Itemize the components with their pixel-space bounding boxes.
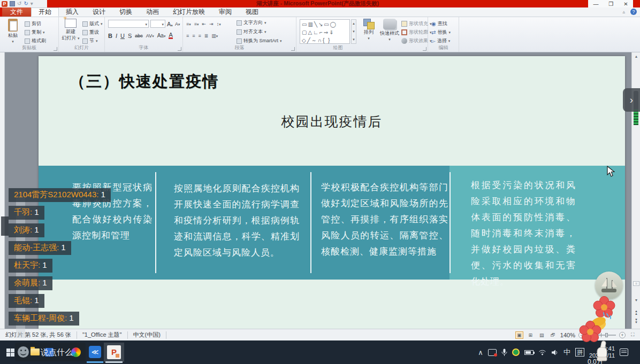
strikethrough-button[interactable]: abc [135, 33, 143, 38]
reading-view-button[interactable]: ▤ [538, 331, 546, 339]
scroll-down-icon[interactable]: ▼ [632, 298, 640, 302]
language-status[interactable]: 中文(中国) [128, 331, 166, 339]
emoji-smiley-icon[interactable] [18, 346, 29, 358]
ribbon-tab-transitions[interactable]: 切换 [112, 7, 139, 17]
powerpoint-app-icon[interactable]: P [2, 1, 7, 7]
qat-dropdown-icon[interactable]: ▾ [31, 1, 33, 6]
fit-to-window-button[interactable]: ⛶ [629, 331, 637, 339]
decrease-indent-icon[interactable]: ⇤ [202, 21, 207, 27]
slideshow-view-button[interactable]: 🗗 [549, 331, 557, 339]
grow-font-button[interactable]: A▴ [167, 20, 173, 28]
content-column-4[interactable]: 根据受污染的状况和风险采取相应的环境和物体表面的预防性消毒、随时消毒和终末消毒，… [471, 177, 576, 290]
file-explorer-icon[interactable] [31, 348, 40, 355]
text-direction-button[interactable]: 文字方向▾ [237, 19, 266, 27]
ribbon-tab-home[interactable]: 开始 [31, 7, 59, 17]
shapes-gallery-scroll[interactable]: ▲▼▼ [351, 19, 356, 44]
slide-heading[interactable]: （三）快速处置疫情 [70, 71, 219, 92]
drawing-dialog-launcher-icon[interactable] [423, 47, 426, 51]
align-text-button[interactable]: 对齐文本▾ [237, 28, 266, 36]
bullets-icon[interactable]: ≡▾ [186, 21, 191, 27]
content-column-3[interactable]: 学校积极配合疾控机构等部门做好划定区域和风险场所的先管控、再摸排，有序组织落实风… [321, 180, 448, 260]
slide-subtitle[interactable]: 校园出现疫情后 [39, 113, 625, 130]
slide-canvas[interactable]: （三）快速处置疫情 校园出现疫情后 要按照新型冠状病毒肺炎防控方案，配合做好校内… [39, 56, 625, 329]
line-spacing-icon[interactable]: ↕▾ [217, 21, 221, 27]
layout-button[interactable]: 版式▾ [82, 20, 103, 28]
next-slide-button[interactable]: ▼▼ [632, 319, 640, 324]
scroll-up-icon[interactable]: ▲ [632, 55, 640, 58]
screen-recording-icon[interactable] [488, 349, 497, 356]
justify-icon[interactable]: ≣ [204, 33, 209, 38]
ribbon-tab-view[interactable]: 视图 [239, 7, 265, 17]
underline-button[interactable]: U [120, 33, 125, 39]
align-right-icon[interactable]: ≡ [199, 33, 201, 38]
character-spacing-button[interactable]: AV▾ [146, 33, 154, 38]
ribbon-tab-slideshow[interactable]: 幻灯片放映 [166, 7, 212, 17]
quick-styles-button[interactable]: 快速样式▾ [379, 19, 400, 42]
battery-icon[interactable] [524, 350, 534, 355]
ribbon-tab-design[interactable]: 设计 [86, 7, 112, 17]
font-dialog-launcher-icon[interactable] [178, 47, 181, 51]
bold-button[interactable]: B [108, 33, 112, 39]
font-size-combobox[interactable]: ▾ [150, 20, 165, 28]
minimize-button[interactable]: — [593, 1, 598, 7]
format-painter-button[interactable]: 格式刷 [25, 37, 46, 45]
select-button[interactable]: ▻选择▾ [431, 37, 450, 45]
volume-icon[interactable] [551, 349, 559, 356]
undo-icon[interactable]: ↺ [17, 1, 21, 6]
maximize-button[interactable]: ❐ [608, 1, 613, 7]
normal-view-button[interactable]: ▣ [515, 331, 523, 339]
shape-outline-button[interactable]: 形状轮廓▾ [401, 28, 432, 36]
ime-pinyin-indicator[interactable]: 拼 [575, 348, 584, 357]
new-slide-button[interactable]: 新建 幻灯片 ▾ [61, 19, 80, 41]
section-button[interactable]: 节▾ [82, 37, 98, 45]
slide-number-status[interactable]: 幻灯片 第 52 张, 共 56 张 [0, 331, 77, 339]
emoji-picker-icon[interactable] [71, 347, 81, 357]
save-icon[interactable] [10, 1, 15, 6]
zoom-level[interactable]: 140% [560, 332, 575, 338]
help-icon[interactable]: ? [630, 9, 637, 15]
wifi-icon[interactable] [538, 349, 546, 355]
shape-effects-button[interactable]: 形状效果▾ [401, 37, 432, 45]
theme-status[interactable]: "1_Office 主题" [77, 331, 128, 339]
find-button[interactable]: ◉查找 [431, 20, 447, 28]
font-color-button[interactable]: A [169, 32, 172, 39]
increase-indent-icon[interactable]: ⇥ [209, 21, 214, 27]
columns-icon[interactable]: ▥▾ [211, 33, 218, 38]
collapse-ribbon-icon[interactable]: ▵ [622, 9, 625, 14]
slides-panel-collapsed[interactable] [0, 52, 5, 329]
cut-button[interactable]: 剪切 [25, 20, 41, 28]
microphone-icon[interactable] [501, 348, 507, 357]
replace-button[interactable]: ⇄替换▾ [431, 28, 451, 36]
font-name-combobox[interactable]: ▾ [108, 20, 149, 28]
change-case-button[interactable]: Aa▾ [157, 33, 166, 38]
ribbon-tab-animations[interactable]: 动画 [139, 7, 166, 17]
reset-button[interactable]: 重设 [82, 28, 99, 36]
text-shadow-button[interactable]: S [128, 33, 132, 39]
content-column-2[interactable]: 按照属地化原则配合疾控机构开展快速全面的流行病学调查和疫情分析研判，根据病例轨迹… [174, 181, 300, 261]
arrange-button[interactable]: 排列▾ [360, 19, 378, 41]
paste-button[interactable]: 粘贴▾ [3, 19, 22, 44]
ime-language-indicator[interactable]: 中 [563, 347, 570, 357]
italic-button[interactable]: I [116, 33, 117, 39]
close-button[interactable]: ✕ [623, 1, 628, 7]
pane-splitter-handle[interactable]: = [633, 281, 639, 286]
numbering-icon[interactable]: ≡▾ [194, 21, 199, 27]
shrink-font-button[interactable]: A▾ [175, 20, 180, 28]
powerpoint-taskbar-icon[interactable]: P [107, 345, 121, 359]
streaming-panel-collapse-tab[interactable]: › [623, 88, 640, 112]
redo-icon[interactable]: ↻ [24, 1, 28, 6]
align-center-icon[interactable]: ≡ [192, 33, 195, 38]
meeting-app-icon[interactable]: ≪ [89, 346, 101, 358]
antivirus-tray-icon[interactable] [512, 348, 520, 356]
action-center-icon[interactable] [620, 348, 628, 356]
previous-slide-button[interactable]: ▲▲ [632, 310, 640, 315]
zoom-in-button[interactable]: + [619, 332, 626, 338]
slide-sorter-view-button[interactable]: ⊞ [527, 331, 535, 339]
tray-expand-icon[interactable]: ∧ [478, 348, 483, 357]
align-left-icon[interactable]: ≡ [186, 33, 189, 38]
convert-smartart-button[interactable]: 转换为 SmartArt▾ [237, 37, 282, 45]
shape-fill-button[interactable]: 形状填充▾ [401, 20, 432, 28]
copy-button[interactable]: 复制▾ [25, 28, 45, 36]
start-button[interactable] [6, 348, 14, 357]
clipboard-dialog-launcher-icon[interactable] [54, 47, 57, 51]
